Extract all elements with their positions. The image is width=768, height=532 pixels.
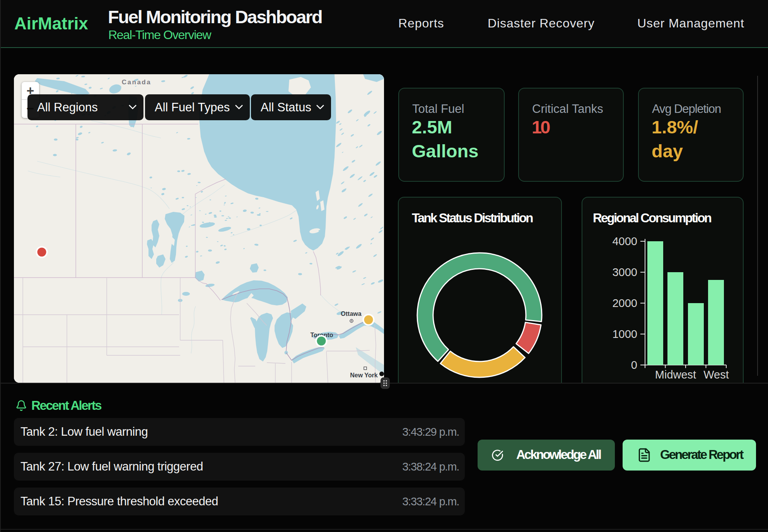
svg-text:Canada: Canada [122,78,151,86]
svg-text:Ottawa: Ottawa [341,310,361,317]
svg-text:New York: New York [350,372,378,379]
